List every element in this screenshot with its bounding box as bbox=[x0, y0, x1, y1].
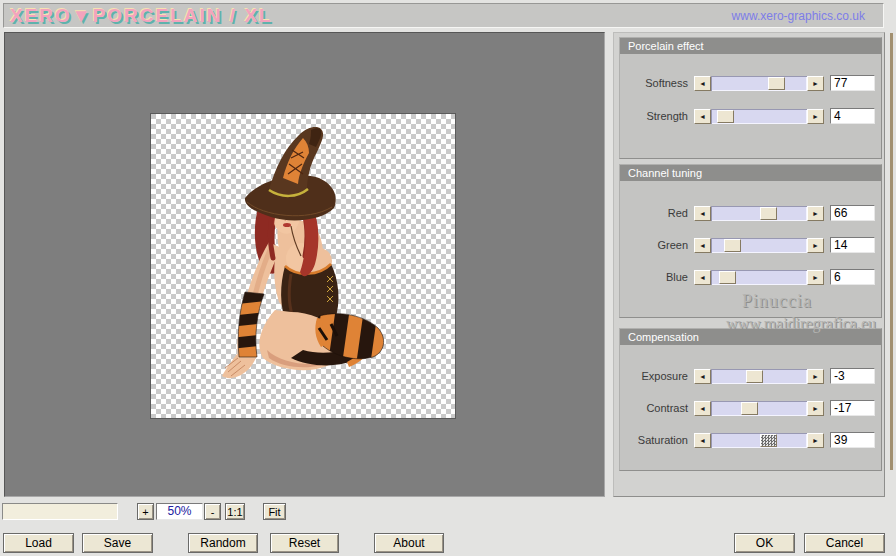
green-label: Green bbox=[620, 239, 694, 251]
title-bar: XERO▼PORCELAIN / XL XERO▼PORCELAIN / XL … bbox=[3, 3, 884, 28]
about-button[interactable]: About bbox=[374, 533, 444, 553]
app-logo: XERO▼PORCELAIN / XL XERO▼PORCELAIN / XL bbox=[10, 5, 273, 27]
zoom-out-button[interactable]: - bbox=[204, 503, 221, 520]
slider-row-saturation: Saturation ◄ ► 39 bbox=[620, 432, 879, 448]
softness-value-field[interactable]: 77 bbox=[830, 75, 875, 91]
saturation-slider-track[interactable] bbox=[711, 433, 807, 448]
exposure-decrement-button[interactable]: ◄ bbox=[694, 369, 711, 384]
fit-button[interactable]: Fit bbox=[263, 503, 286, 520]
right-edge-strip bbox=[890, 33, 893, 470]
saturation-slider-thumb[interactable] bbox=[760, 434, 777, 447]
slider-row-exposure: Exposure ◄ ► -3 bbox=[620, 368, 879, 384]
saturation-label: Saturation bbox=[620, 434, 694, 446]
progress-bar bbox=[2, 503, 118, 520]
contrast-slider-track[interactable] bbox=[711, 401, 807, 416]
green-value-field[interactable]: 14 bbox=[830, 237, 875, 253]
preview-image[interactable] bbox=[151, 114, 455, 418]
softness-increment-button[interactable]: ► bbox=[807, 76, 824, 91]
random-button[interactable]: Random bbox=[188, 533, 258, 553]
ok-button[interactable]: OK bbox=[734, 533, 795, 553]
slider-row-green: Green ◄ ► 14 bbox=[620, 237, 879, 253]
blue-increment-button[interactable]: ► bbox=[807, 270, 824, 285]
slider-row-softness: Softness ◄ ► 77 bbox=[620, 75, 879, 91]
exposure-slider-thumb[interactable] bbox=[746, 370, 763, 383]
slider-row-red: Red ◄ ► 66 bbox=[620, 205, 879, 221]
saturation-value-field[interactable]: 39 bbox=[830, 432, 875, 448]
group-header-compensation: Compensation bbox=[620, 329, 881, 345]
strength-slider-track[interactable] bbox=[711, 109, 807, 124]
exposure-label: Exposure bbox=[620, 370, 694, 382]
red-decrement-button[interactable]: ◄ bbox=[694, 206, 711, 221]
red-slider-thumb[interactable] bbox=[760, 207, 777, 220]
website-link[interactable]: www.xero-graphics.co.uk bbox=[732, 9, 865, 23]
green-slider-track[interactable] bbox=[711, 238, 807, 253]
strength-decrement-button[interactable]: ◄ bbox=[694, 109, 711, 124]
preview-area[interactable] bbox=[4, 32, 605, 497]
blue-value-field[interactable]: 6 bbox=[830, 269, 875, 285]
slider-row-blue: Blue ◄ ► 6 bbox=[620, 269, 879, 285]
red-label: Red bbox=[620, 207, 694, 219]
slider-row-contrast: Contrast ◄ ► -17 bbox=[620, 400, 879, 416]
strength-slider-thumb[interactable] bbox=[717, 110, 734, 123]
plugin-window: XERO▼PORCELAIN / XL XERO▼PORCELAIN / XL … bbox=[0, 0, 896, 556]
strength-increment-button[interactable]: ► bbox=[807, 109, 824, 124]
one-to-one-button[interactable]: 1:1 bbox=[225, 503, 245, 520]
contrast-value-field[interactable]: -17 bbox=[830, 400, 875, 416]
contrast-decrement-button[interactable]: ◄ bbox=[694, 401, 711, 416]
blue-slider-track[interactable] bbox=[711, 270, 807, 285]
group-channel-tuning: Channel tuning Red ◄ ► 66 Green ◄ ► 14 bbox=[619, 164, 882, 318]
contrast-increment-button[interactable]: ► bbox=[807, 401, 824, 416]
saturation-decrement-button[interactable]: ◄ bbox=[694, 433, 711, 448]
witch-illustration bbox=[151, 114, 455, 418]
group-porcelain-effect: Porcelain effect Softness ◄ ► 77 Strengt… bbox=[619, 37, 882, 159]
saturation-increment-button[interactable]: ► bbox=[807, 433, 824, 448]
reset-button[interactable]: Reset bbox=[270, 533, 339, 553]
load-button[interactable]: Load bbox=[3, 533, 74, 553]
exposure-value-field[interactable]: -3 bbox=[830, 368, 875, 384]
contrast-label: Contrast bbox=[620, 402, 694, 414]
green-increment-button[interactable]: ► bbox=[807, 238, 824, 253]
zoom-level-field[interactable]: 50% bbox=[156, 503, 203, 520]
save-button[interactable]: Save bbox=[82, 533, 153, 553]
softness-slider-thumb[interactable] bbox=[768, 77, 785, 90]
softness-slider-track[interactable] bbox=[711, 76, 807, 91]
strength-label: Strength bbox=[620, 110, 694, 122]
group-header-channel: Channel tuning bbox=[620, 165, 881, 181]
exposure-increment-button[interactable]: ► bbox=[807, 369, 824, 384]
cancel-button[interactable]: Cancel bbox=[804, 533, 885, 553]
red-increment-button[interactable]: ► bbox=[807, 206, 824, 221]
slider-row-strength: Strength ◄ ► 4 bbox=[620, 108, 879, 124]
group-compensation: Compensation Exposure ◄ ► -3 Contrast ◄ … bbox=[619, 328, 882, 471]
strength-value-field[interactable]: 4 bbox=[830, 108, 875, 124]
red-slider-track[interactable] bbox=[711, 206, 807, 221]
green-slider-thumb[interactable] bbox=[724, 239, 741, 252]
blue-slider-thumb[interactable] bbox=[719, 271, 736, 284]
blue-decrement-button[interactable]: ◄ bbox=[694, 270, 711, 285]
red-value-field[interactable]: 66 bbox=[830, 205, 875, 221]
settings-panel: Porcelain effect Softness ◄ ► 77 Strengt… bbox=[613, 32, 885, 497]
zoom-in-button[interactable]: + bbox=[137, 503, 154, 520]
softness-decrement-button[interactable]: ◄ bbox=[694, 76, 711, 91]
group-header-porcelain: Porcelain effect bbox=[620, 38, 881, 54]
softness-label: Softness bbox=[620, 77, 694, 89]
exposure-slider-track[interactable] bbox=[711, 369, 807, 384]
app-logo-text: XERO▼PORCELAIN / XL bbox=[10, 5, 273, 26]
blue-label: Blue bbox=[620, 271, 694, 283]
green-decrement-button[interactable]: ◄ bbox=[694, 238, 711, 253]
contrast-slider-thumb[interactable] bbox=[741, 402, 758, 415]
